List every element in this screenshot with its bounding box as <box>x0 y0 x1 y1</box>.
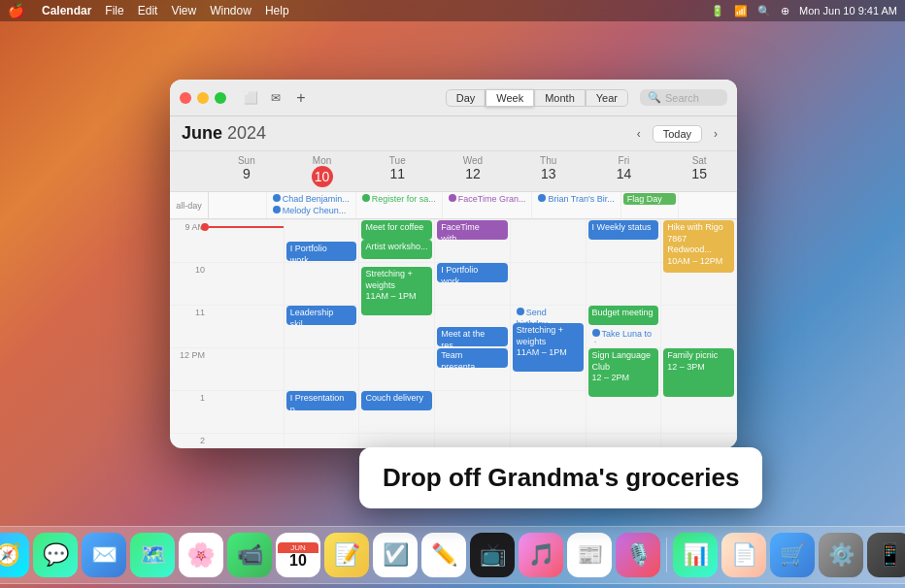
grid-tue-12 <box>359 347 435 390</box>
menubar-datetime: Mon Jun 10 9:41 AM <box>799 5 897 16</box>
event-artist-worksho[interactable]: Artist worksho... <box>361 240 432 259</box>
menu-edit[interactable]: Edit <box>138 4 158 17</box>
dock-reminders[interactable]: ☑️ <box>373 533 418 577</box>
traffic-lights <box>180 92 226 104</box>
event-budget-meeting[interactable]: Budget meeting <box>588 306 659 325</box>
allday-event-brian[interactable]: Brian Tran's Bir... <box>534 193 618 205</box>
grid-fri-2 <box>587 433 662 448</box>
menubar-control[interactable]: ⊕ <box>781 5 789 17</box>
month-label: June <box>182 123 222 143</box>
app-name[interactable]: Calendar <box>42 4 91 17</box>
dock-news[interactable]: 📰 <box>567 533 612 577</box>
allday-event-register[interactable]: Register for sa... <box>358 193 440 205</box>
dock-iphone-mirror[interactable]: 📱 <box>867 533 905 577</box>
grid-wed-11: Meet at the res... <box>435 305 511 347</box>
dock-freeform[interactable]: ✏️ <box>421 533 466 577</box>
dock-pages[interactable]: 📄 <box>721 533 766 577</box>
allday-sat <box>679 192 737 218</box>
close-button[interactable] <box>180 92 191 104</box>
grid-tue-1: Couch delivery <box>359 390 435 433</box>
dock-maps[interactable]: 🗺️ <box>130 533 175 577</box>
menu-help[interactable]: Help <box>265 4 289 17</box>
allday-event-melody[interactable]: Melody Cheun... <box>269 205 353 216</box>
search-placeholder: Search <box>665 92 699 104</box>
day-num-9: 9 <box>211 166 283 182</box>
grid-mon-12 <box>285 347 360 390</box>
allday-wed: FaceTime Gran... <box>443 192 533 218</box>
view-week[interactable]: Week <box>486 89 534 107</box>
sidebar-toggle-icon[interactable]: ⬜ <box>242 89 259 107</box>
day-label-sun: Sun <box>211 155 283 166</box>
event-take-luna[interactable]: Take Luna to th... <box>588 327 659 343</box>
grid-mon-9: I Portfolio work... <box>285 219 360 262</box>
event-stretching-tue[interactable]: Stretching + weights11AM – 1PM <box>361 267 432 315</box>
event-team-presenta[interactable]: Team presenta... <box>437 348 508 368</box>
allday-event-chad[interactable]: Chad Benjamin... <box>269 193 353 205</box>
event-weekly-status[interactable]: I Weekly status <box>588 220 659 240</box>
menu-view[interactable]: View <box>171 4 196 17</box>
menu-file[interactable]: File <box>105 4 123 17</box>
menu-window[interactable]: Window <box>210 4 251 17</box>
allday-thu: Brian Tran's Bir... <box>532 192 620 218</box>
event-couch[interactable]: Couch delivery <box>361 391 432 410</box>
view-day[interactable]: Day <box>446 89 486 107</box>
nav-prev-button[interactable]: ‹ <box>629 124 649 144</box>
dock-calendar[interactable]: JUN 10 <box>276 533 320 577</box>
dock-notes[interactable]: 📝 <box>324 533 369 577</box>
inbox-icon[interactable]: ✉ <box>267 89 285 107</box>
dock-systemprefs[interactable]: ⚙️ <box>819 533 863 577</box>
dock-mail[interactable]: ✉️ <box>82 533 126 577</box>
search-bar[interactable]: 🔍 Search <box>640 89 727 106</box>
event-leadership[interactable]: Leadership skil... <box>286 306 357 325</box>
dock-appstore[interactable]: 🛒 <box>770 533 815 577</box>
view-year[interactable]: Year <box>586 89 628 107</box>
view-month[interactable]: Month <box>534 89 586 107</box>
event-facetime-with[interactable]: FaceTime with... <box>437 220 508 240</box>
day-header-wed: Wed 12 <box>435 151 511 191</box>
titlebar: ⬜ ✉ + Day Week Month Year 🔍 Search <box>170 80 737 116</box>
allday-event-facetime[interactable]: FaceTime Gran... <box>445 193 530 205</box>
event-presentation-mon[interactable]: I Presentation p... <box>286 391 357 410</box>
nav-next-button[interactable]: › <box>706 124 725 144</box>
dock-safari[interactable]: 🧭 <box>0 533 29 577</box>
event-family-picnic[interactable]: Family picnic12 – 3PM <box>663 348 734 397</box>
grid-thu-1 <box>511 390 587 433</box>
day-num-12: 12 <box>437 166 509 182</box>
grid-mon-2 <box>285 433 360 448</box>
time-10am: 10 <box>170 262 209 305</box>
event-meet-coffee[interactable]: Meet for coffee <box>361 220 432 240</box>
apple-menu[interactable]: 🍎 <box>8 3 24 18</box>
menubar-search[interactable]: 🔍 <box>757 5 771 17</box>
time-1pm: 1 <box>170 390 209 433</box>
maximize-button[interactable] <box>215 92 226 104</box>
event-sign-language[interactable]: Sign Language Club12 – 2PM <box>588 348 659 397</box>
allday-event-flagday[interactable]: Flag Day <box>623 193 677 205</box>
time-12pm: 12 PM <box>170 347 209 390</box>
minimize-button[interactable] <box>197 92 209 104</box>
dock-facetime[interactable]: 📹 <box>227 533 272 577</box>
allday-mon: Chad Benjamin... Melody Cheun... <box>267 192 356 218</box>
day-num-11: 11 <box>361 166 433 182</box>
event-send-birthday[interactable]: Send birthday... <box>513 306 584 323</box>
grid-sat-2 <box>661 433 737 448</box>
event-portfolio-wed[interactable]: I Portfolio work... <box>437 263 508 282</box>
dock-music[interactable]: 🎵 <box>519 533 563 577</box>
add-event-button[interactable]: + <box>292 89 310 107</box>
day-label-sat: Sat <box>663 155 735 166</box>
event-meet-res[interactable]: Meet at the res... <box>437 327 508 346</box>
dock-podcasts[interactable]: 🎙️ <box>616 533 660 577</box>
event-stretching-thu[interactable]: Stretching + weights11AM – 1PM <box>513 323 584 372</box>
dock-appletv[interactable]: 📺 <box>470 533 515 577</box>
allday-sun <box>209 192 267 218</box>
today-button[interactable]: Today <box>653 125 702 143</box>
event-portfolio-mon[interactable]: I Portfolio work... <box>286 242 357 261</box>
dock-photos[interactable]: 🌸 <box>179 533 223 577</box>
day-num-15: 15 <box>663 166 735 182</box>
dock-numbers[interactable]: 📊 <box>673 533 718 577</box>
day-header-sun: Sun 9 <box>209 151 285 191</box>
event-hike-rigo[interactable]: Hike with Rigo7867 Redwood...10AM – 12PM <box>663 220 734 273</box>
calendar-nav: June 2024 ‹ Today › <box>170 116 737 151</box>
time-grid[interactable]: 9 AM I Portfolio work... Meet for coffee… <box>170 219 737 448</box>
grid-sun-12 <box>209 347 285 390</box>
dock-messages[interactable]: 💬 <box>33 533 78 577</box>
